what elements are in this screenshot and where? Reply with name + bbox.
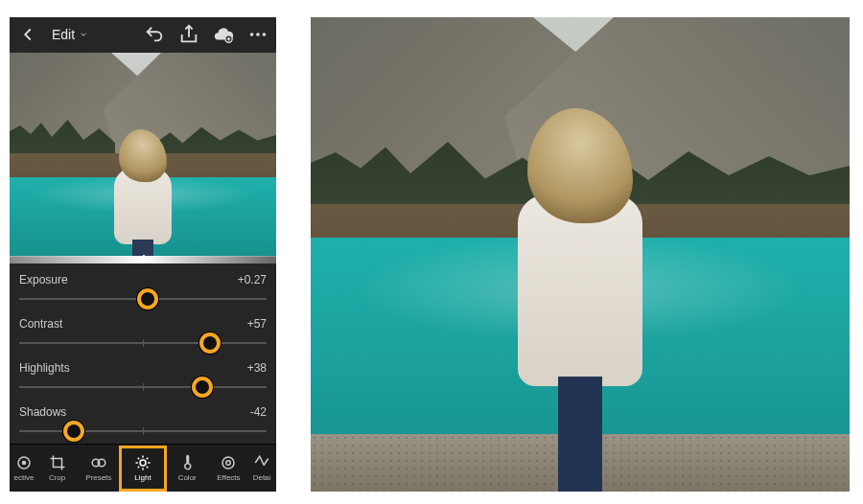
slider-contrast: Contrast +57	[19, 313, 267, 355]
slider-value: -42	[250, 405, 267, 419]
svg-line-15	[138, 467, 140, 469]
back-icon[interactable]	[17, 24, 38, 45]
slider-label: Contrast	[19, 317, 62, 331]
tool-crop[interactable]: Crop	[36, 447, 78, 491]
tool-bar: ective Crop Presets Light Color Effects …	[10, 444, 276, 492]
slider-label: Highlights	[19, 361, 70, 375]
timeline-scrubber[interactable]	[10, 256, 276, 263]
tool-label: Color	[178, 473, 197, 482]
svg-line-13	[138, 458, 140, 460]
svg-point-3	[263, 34, 267, 37]
tool-label: Crop	[49, 473, 65, 482]
slider-thumb[interactable]	[199, 332, 221, 354]
mode-label: Edit	[52, 27, 75, 42]
tool-label: ective	[14, 473, 35, 482]
tool-label: Light	[134, 473, 151, 482]
slider-thumb[interactable]	[63, 421, 84, 442]
svg-line-16	[147, 458, 149, 460]
tool-light[interactable]: Light	[119, 446, 166, 492]
svg-line-14	[147, 467, 149, 469]
image-preview[interactable]	[10, 53, 276, 263]
slider-thumb[interactable]	[192, 377, 213, 398]
effects-icon	[220, 454, 237, 471]
result-photo	[311, 17, 850, 492]
slider-track-highlights[interactable]	[19, 378, 267, 396]
slider-track-shadows[interactable]	[19, 423, 267, 440]
slider-exposure: Exposure +0.27	[19, 269, 267, 311]
slider-value: +0.27	[238, 273, 267, 286]
slider-track-contrast[interactable]	[19, 334, 267, 352]
undo-icon[interactable]	[144, 24, 165, 45]
slider-label: Exposure	[19, 273, 68, 286]
slider-label: Shadows	[19, 405, 66, 419]
tool-label: Presets	[85, 473, 111, 482]
svg-point-18	[222, 457, 234, 469]
light-icon	[134, 454, 152, 471]
chevron-down-icon	[79, 30, 88, 39]
slider-thumb[interactable]	[137, 288, 158, 309]
slider-shadows: Shadows -42	[19, 401, 267, 444]
slider-value: +57	[247, 317, 267, 331]
tool-color[interactable]: Color	[167, 447, 208, 491]
detail-icon	[253, 454, 270, 471]
svg-point-5	[22, 462, 25, 465]
target-icon	[15, 454, 33, 471]
presets-icon	[90, 454, 107, 471]
share-icon[interactable]	[178, 24, 199, 45]
slider-track-exposure[interactable]	[19, 290, 267, 308]
svg-point-1	[250, 34, 254, 37]
tool-effects[interactable]: Effects	[208, 447, 249, 491]
tool-detail[interactable]: Detai	[249, 447, 274, 491]
slider-highlights: Highlights +38	[19, 357, 267, 400]
svg-point-2	[256, 34, 260, 37]
light-panel: Exposure +0.27 Contrast +57 Highlights +…	[10, 263, 276, 444]
tool-label: Effects	[217, 473, 240, 482]
cloud-sync-icon[interactable]	[213, 24, 234, 45]
thermometer-icon	[178, 454, 196, 471]
more-icon[interactable]	[247, 24, 268, 45]
svg-point-8	[140, 460, 146, 466]
phone-editor: Edit	[10, 17, 276, 492]
tool-selective[interactable]: ective	[12, 447, 36, 491]
crop-icon	[49, 454, 66, 471]
slider-value: +38	[247, 361, 267, 375]
mode-selector[interactable]: Edit	[52, 27, 88, 42]
svg-point-17	[226, 461, 231, 466]
top-bar: Edit	[10, 17, 276, 53]
tool-label: Detai	[253, 473, 271, 482]
tool-presets[interactable]: Presets	[78, 447, 119, 491]
